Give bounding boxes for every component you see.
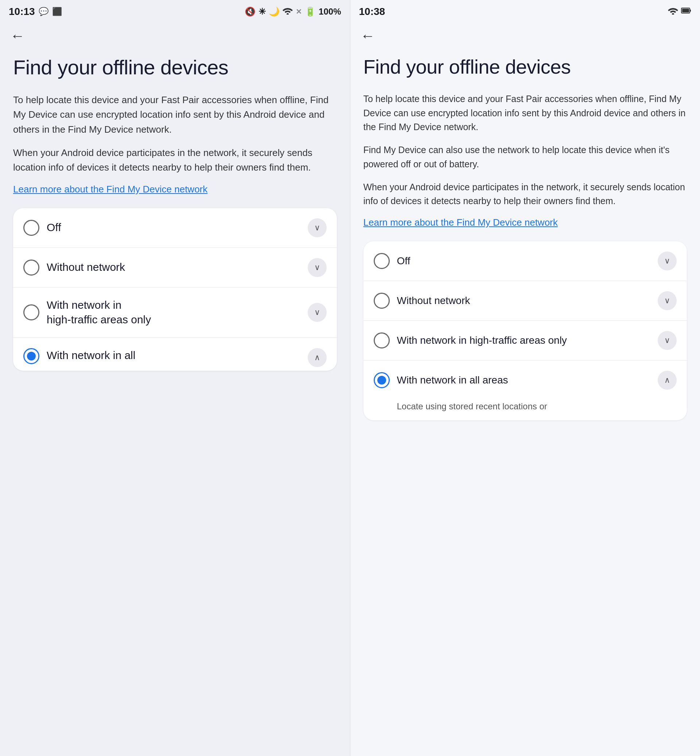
option-label-without-network-left: Without network [47, 260, 300, 275]
radio-inner-all-areas-left [27, 352, 36, 361]
chevron-without-network-right[interactable] [658, 291, 677, 310]
option-label-off-right: Off [397, 254, 651, 268]
description1-left: To help locate this device and your Fast… [13, 92, 337, 137]
chevron-high-traffic-right[interactable] [658, 331, 677, 350]
options-container-right: Off Without network With network in high… [364, 241, 687, 420]
option-label-high-traffic-left: With network inhigh-traffic areas only [47, 298, 300, 327]
radio-all-areas-right [374, 372, 390, 388]
wifi-icon-right [668, 6, 678, 17]
option-label-all-areas-right: With network in all areas [397, 373, 651, 387]
description2-left: When your Android device participates in… [13, 145, 337, 175]
option-high-traffic-right[interactable]: With network in high-traffic areas only [364, 321, 687, 361]
cast-icon: ⬛ [52, 7, 62, 16]
nfc-icon: ✕ [296, 7, 302, 16]
svg-rect-2 [690, 9, 691, 12]
options-container-left: Off Without network With network inhigh-… [13, 208, 337, 371]
option-label-without-network-right: Without network [397, 294, 651, 308]
wifi-icon-left [283, 6, 293, 17]
back-button-left[interactable]: ← [0, 20, 29, 48]
left-phone-panel: 10:13 💬 ⬛ 🔇 ✳ 🌙 ✕ 🔋 100% ← Find your off… [0, 0, 350, 756]
option-label-all-areas-left: With network in all [47, 348, 300, 363]
status-time-left: 10:13 💬 ⬛ [9, 6, 62, 17]
time-right: 10:38 [359, 6, 385, 17]
battery-icon-right [681, 6, 691, 17]
status-bar-left: 10:13 💬 ⬛ 🔇 ✳ 🌙 ✕ 🔋 100% [0, 0, 350, 20]
chevron-high-traffic-left[interactable] [308, 303, 327, 322]
moon-icon: 🌙 [269, 6, 280, 17]
radio-high-traffic-left [23, 305, 39, 320]
option-all-areas-left[interactable]: With network in all [13, 338, 337, 371]
option-off-right[interactable]: Off [364, 241, 687, 281]
chevron-off-left[interactable] [308, 218, 327, 237]
content-left: Find your offline devices To help locate… [0, 48, 350, 756]
back-button-right[interactable]: ← [350, 20, 380, 48]
description3-right: When your Android device participates in… [364, 180, 687, 208]
option-label-high-traffic-right: With network in high-traffic areas only [397, 334, 651, 347]
bluetooth-icon: ✳ [258, 6, 266, 17]
radio-inner-all-areas-right [377, 376, 386, 384]
content-right: Find your offline devices To help locate… [350, 48, 700, 756]
radio-without-network-left [23, 259, 39, 276]
learn-more-right[interactable]: Learn more about the Find My Device netw… [364, 217, 687, 228]
radio-off-left [23, 220, 39, 236]
option-off-left[interactable]: Off [13, 208, 337, 248]
status-bar-right: 10:38 [350, 0, 700, 20]
option-without-network-left[interactable]: Without network [13, 248, 337, 287]
option-without-network-right[interactable]: Without network [364, 281, 687, 321]
description2-right: Find My Device can also use the network … [364, 143, 687, 171]
page-title-left: Find your offline devices [13, 55, 337, 80]
radio-all-areas-left [23, 348, 39, 364]
msg-icon: 💬 [39, 7, 48, 16]
battery-pct-left: 100% [319, 6, 341, 17]
learn-more-left[interactable]: Learn more about the Find My Device netw… [13, 184, 337, 195]
battery-icon-left: 🔋 [305, 6, 316, 17]
silent-icon: 🔇 [245, 6, 256, 17]
status-icons-left: 🔇 ✳ 🌙 ✕ 🔋 100% [245, 6, 341, 17]
option-label-off-left: Off [47, 220, 300, 235]
option-high-traffic-left[interactable]: With network inhigh-traffic areas only [13, 287, 337, 338]
page-title-right: Find your offline devices [364, 55, 687, 79]
chevron-without-network-left[interactable] [308, 258, 327, 277]
radio-high-traffic-right [374, 333, 390, 348]
description1-right: To help locate this device and your Fast… [364, 92, 687, 134]
status-time-right: 10:38 [359, 6, 385, 17]
radio-off-right [374, 253, 390, 269]
chevron-off-right[interactable] [658, 251, 677, 270]
option-all-areas-right[interactable]: With network in all areas [364, 361, 687, 400]
chevron-all-areas-left[interactable] [308, 348, 327, 367]
status-icons-right [668, 6, 691, 17]
chevron-all-areas-right[interactable] [658, 371, 677, 390]
time-left: 10:13 [9, 6, 35, 17]
sub-description-right: Locate using stored recent locations or [364, 400, 687, 420]
right-phone-panel: 10:38 ← Find your offline devices To hel… [350, 0, 700, 756]
svg-rect-1 [682, 9, 689, 12]
radio-without-network-right [374, 293, 390, 309]
